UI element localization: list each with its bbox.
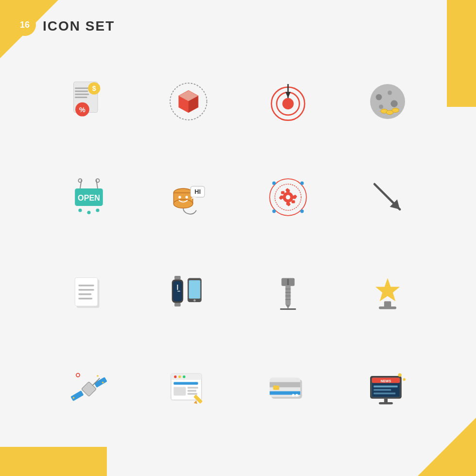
svg-point-104 [183, 375, 185, 378]
svg-rect-4 [75, 97, 87, 98]
svg-marker-18 [285, 92, 290, 98]
svg-text:OPEN: OPEN [78, 193, 100, 202]
svg-rect-65 [75, 277, 98, 306]
icon-screw-tool [256, 262, 320, 325]
svg-rect-125 [374, 389, 391, 391]
svg-point-34 [87, 211, 90, 214]
svg-rect-73 [174, 276, 181, 279]
svg-rect-108 [187, 390, 196, 392]
corner-decoration-bl [0, 447, 107, 476]
svg-rect-2 [75, 90, 88, 92]
svg-rect-3 [75, 94, 89, 95]
svg-point-61 [300, 209, 304, 213]
svg-rect-105 [173, 382, 198, 385]
icon-star-trophy [356, 262, 419, 325]
svg-marker-87 [285, 304, 290, 308]
svg-point-118 [295, 394, 298, 396]
svg-rect-68 [78, 293, 91, 295]
svg-point-96 [76, 374, 79, 377]
svg-point-35 [96, 209, 99, 212]
icon-target-arrow [256, 70, 320, 133]
icons-grid: $ % [39, 53, 437, 437]
icon-focus-gear [256, 166, 320, 229]
svg-point-58 [272, 182, 275, 185]
icon-watch-phone [157, 262, 220, 325]
svg-rect-106 [173, 387, 186, 396]
svg-text:$: $ [92, 85, 96, 92]
svg-point-38 [173, 200, 193, 208]
svg-text:HI: HI [194, 188, 201, 195]
svg-point-16 [282, 98, 293, 109]
icon-web-design [157, 357, 220, 421]
svg-line-27 [80, 180, 82, 188]
svg-point-97 [97, 375, 99, 377]
svg-point-98 [102, 382, 104, 384]
svg-rect-53 [291, 201, 295, 204]
svg-point-40 [185, 196, 187, 199]
svg-point-39 [178, 196, 181, 199]
svg-rect-66 [78, 285, 94, 287]
svg-rect-67 [78, 289, 94, 291]
svg-point-117 [292, 394, 294, 396]
svg-rect-126 [374, 392, 395, 394]
svg-text:NEWS: NEWS [380, 379, 391, 383]
svg-rect-116 [273, 386, 279, 390]
svg-point-59 [300, 182, 304, 185]
svg-point-20 [375, 94, 382, 100]
svg-point-23 [379, 104, 383, 109]
badge-number: 16 [20, 20, 30, 30]
svg-rect-69 [78, 298, 92, 300]
svg-point-129 [398, 374, 401, 377]
svg-rect-1 [75, 87, 90, 89]
svg-rect-90 [384, 301, 391, 307]
svg-marker-91 [375, 278, 399, 301]
icon-moon-coins [356, 70, 419, 133]
icon-credit-card [256, 357, 320, 421]
svg-rect-107 [187, 387, 198, 389]
svg-rect-115 [270, 391, 300, 395]
svg-rect-56 [281, 191, 284, 194]
icon-satellite [57, 357, 120, 421]
svg-point-102 [174, 375, 176, 378]
svg-point-21 [388, 90, 392, 95]
svg-rect-109 [187, 393, 197, 395]
icon-news-monitor: NEWS [356, 357, 419, 421]
svg-marker-111 [193, 401, 197, 404]
svg-point-26 [392, 108, 399, 112]
icon-3d-box-circle [157, 70, 220, 133]
svg-point-103 [178, 375, 181, 378]
corner-decoration-tr [447, 0, 476, 107]
svg-point-60 [272, 209, 275, 213]
icon-arrow-diagonal [356, 166, 419, 229]
icon-open-sign: OPEN [57, 166, 120, 229]
svg-point-72 [193, 299, 196, 302]
svg-rect-71 [188, 280, 200, 299]
icon-robot-chat: HI [157, 166, 220, 229]
svg-point-130 [403, 378, 405, 381]
svg-point-99 [72, 397, 74, 399]
svg-point-22 [391, 100, 397, 107]
svg-rect-128 [379, 402, 393, 405]
number-badge: 16 [14, 14, 36, 36]
svg-line-28 [96, 180, 98, 188]
svg-rect-74 [174, 303, 181, 306]
icon-document-lines [57, 262, 120, 325]
page-title: ICON SET [43, 18, 115, 34]
svg-text:%: % [79, 105, 85, 113]
svg-rect-93 [70, 391, 84, 401]
svg-point-33 [78, 209, 82, 212]
svg-rect-124 [374, 386, 398, 388]
svg-point-47 [286, 195, 290, 200]
icon-discount-document: $ % [57, 70, 120, 133]
